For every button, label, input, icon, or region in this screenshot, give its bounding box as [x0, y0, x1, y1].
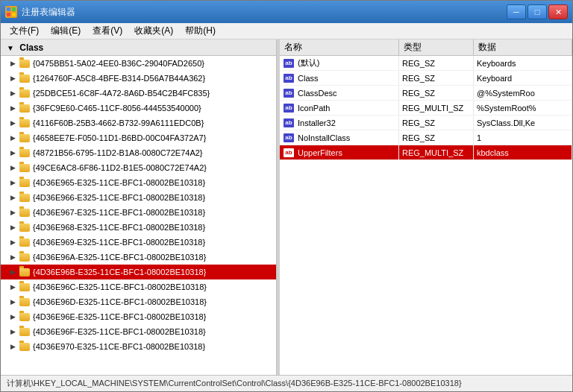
value-row[interactable]: abUpperFiltersREG_MULTI_SZkbdclass — [280, 145, 572, 160]
tree-expander-icon: ▶ — [7, 117, 19, 129]
tree-item[interactable]: ▶{4658EE7E-F050-11D1-B6BD-00C04FA372A7} — [1, 130, 276, 145]
tree-item-label: {4D36E970-E325-11CE-BFC1-08002BE10318} — [33, 342, 205, 351]
menu-file[interactable]: 文件(F) — [4, 23, 45, 39]
tree-item[interactable]: ▶{1264760F-A5C8-4BFE-B314-D56A7B44A362} — [1, 71, 276, 86]
reg-value-icon: ab — [283, 148, 295, 158]
tree-item[interactable]: ▶{4D36E965-E325-11CE-BFC1-08002BE10318} — [1, 175, 276, 190]
values-container[interactable]: ab(默认)REG_SZKeyboardsabClassREG_SZKeyboa… — [280, 56, 572, 375]
folder-icon — [19, 282, 31, 292]
value-name-cell: abInstaller32 — [280, 116, 399, 130]
value-type-cell: REG_SZ — [399, 71, 474, 85]
reg-value-icon: ab — [283, 133, 295, 143]
tree-expander-icon: ▶ — [7, 236, 19, 248]
reg-value-icon: ab — [283, 103, 295, 113]
values-panel: 名称 类型 数据 ab(默认)REG_SZKeyboardsabClassREG… — [280, 39, 572, 375]
menu-view[interactable]: 查看(V) — [87, 23, 128, 39]
tree-item-label: {4D36E96A-E325-11CE-BFC1-08002BE10318} — [33, 253, 206, 262]
tree-item[interactable]: ▶{36FC9E60-C465-11CF-8056-444553540000} — [1, 101, 276, 116]
folder-icon — [19, 118, 31, 128]
folder-icon — [19, 162, 31, 173]
value-name-cell: abClassDesc — [280, 86, 399, 100]
reg-value-icon: ab — [283, 118, 295, 128]
folder-icon — [19, 148, 31, 158]
menu-edit[interactable]: 编辑(E) — [45, 23, 87, 39]
tree-item[interactable]: ▶{49CE6AC8-6F86-11D2-B1E5-0080C72E74A2} — [1, 160, 276, 175]
value-row[interactable]: abClassREG_SZKeyboard — [280, 71, 572, 86]
reg-value-icon: ab — [283, 58, 295, 69]
folder-icon — [19, 312, 31, 322]
value-row[interactable]: abIconPathREG_MULTI_SZ%SystemRoot% — [280, 101, 572, 116]
tree-item-label: {36FC9E60-C465-11CF-8056-444553540000} — [33, 104, 201, 113]
tree-panel: ▼ Class ▶{0475BB51-5A02-4EE0-B36C-29040F… — [1, 39, 277, 375]
tree-item-label: {4D36E967-E325-11CE-BFC1-08002BE10318} — [33, 208, 205, 217]
titlebar: 注册表编辑器 ─ □ ✕ — [1, 1, 572, 23]
tree-item[interactable]: ▶{4D36E966-E325-11CE-BFC1-08002BE10318} — [1, 190, 276, 205]
folder-icon — [19, 252, 31, 262]
tree-expander-icon: ▶ — [7, 72, 19, 84]
folder-icon — [19, 297, 31, 307]
folder-icon — [19, 267, 31, 277]
minimize-button[interactable]: ─ — [507, 4, 526, 19]
tree-item[interactable]: ▶{4D36E968-E325-11CE-BFC1-08002BE10318} — [1, 220, 276, 235]
column-headers: 名称 类型 数据 — [280, 39, 572, 56]
tree-expander-icon: ▶ — [7, 341, 19, 353]
value-data-cell: SysClass.Dll,Ke — [474, 116, 572, 130]
restore-button[interactable]: □ — [527, 4, 547, 19]
tree-item-label: {4116F60B-25B3-4662-B732-99A6111EDC0B} — [33, 118, 204, 127]
value-type-cell: REG_SZ — [399, 116, 474, 130]
tree-item-label: {4D36E96B-E325-11CE-BFC1-08002BE10318} — [33, 268, 206, 276]
tree-item[interactable]: ▶{4D36E96E-E325-11CE-BFC1-08002BE10318} — [1, 309, 276, 324]
tree-expander-icon: ▶ — [7, 296, 19, 308]
tree-item-label: {4D36E965-E325-11CE-BFC1-08002BE10318} — [33, 178, 205, 187]
tree-expander-icon: ▶ — [7, 326, 19, 338]
value-row[interactable]: abClassDescREG_SZ@%SystemRoo — [280, 86, 572, 101]
tree-item-label: {4D36E96D-E325-11CE-BFC1-08002BE10318} — [33, 297, 207, 306]
folder-icon — [19, 177, 31, 188]
folder-icon — [19, 326, 31, 337]
tree-header: ▼ Class — [1, 39, 276, 56]
value-data-cell: Keyboards — [474, 56, 572, 70]
value-row[interactable]: abNoInstallClassREG_SZ1 — [280, 130, 572, 145]
folder-icon — [19, 73, 31, 83]
tree-item[interactable]: ▶{4D36E969-E325-11CE-BFC1-08002BE10318} — [1, 235, 276, 250]
value-row[interactable]: abInstaller32REG_SZSysClass.Dll,Ke — [280, 116, 572, 130]
value-name-label: UpperFilters — [298, 148, 342, 157]
tree-item-label: {49CE6AC8-6F86-11D2-B1E5-0080C72E74A2} — [33, 163, 207, 172]
tree-item[interactable]: ▶{4D36E967-E325-11CE-BFC1-08002BE10318} — [1, 205, 276, 220]
menu-favorites[interactable]: 收藏夹(A) — [128, 23, 179, 39]
tree-item[interactable]: ▶{4D36E96B-E325-11CE-BFC1-08002BE10318} — [1, 265, 276, 279]
tree-item[interactable]: ▶{4D36E96A-E325-11CE-BFC1-08002BE10318} — [1, 250, 276, 265]
value-name-label: ClassDesc — [298, 89, 337, 98]
tree-container[interactable]: ▶{0475BB51-5A02-4EE0-B36C-29040FAD2650}▶… — [1, 56, 276, 375]
close-button[interactable]: ✕ — [548, 4, 568, 19]
value-name-label: NoInstallClass — [298, 133, 350, 142]
value-row[interactable]: ab(默认)REG_SZKeyboards — [280, 56, 572, 71]
tree-header-label: ▼ Class — [7, 42, 43, 53]
tree-item[interactable]: ▶{4116F60B-25B3-4662-B732-99A6111EDC0B} — [1, 116, 276, 130]
menu-help[interactable]: 帮助(H) — [179, 23, 222, 39]
folder-icon — [19, 58, 31, 69]
svg-rect-2 — [7, 13, 10, 16]
tree-expander-icon: ▶ — [7, 162, 19, 174]
tree-item[interactable]: ▶{25DBCE51-6C8F-4A72-8A6D-B54C2B4FC835} — [1, 86, 276, 101]
value-name-cell: abNoInstallClass — [280, 130, 399, 145]
folder-icon — [19, 88, 31, 98]
tree-expander-icon: ▶ — [7, 281, 19, 293]
tree-expander-icon: ▶ — [7, 206, 19, 218]
folder-icon — [19, 237, 31, 247]
tree-item-label: {4658EE7E-F050-11D1-B6BD-00C04FA372A7} — [33, 133, 206, 142]
value-type-cell: REG_SZ — [399, 130, 474, 145]
tree-item[interactable]: ▶{4D36E96C-E325-11CE-BFC1-08002BE10318} — [1, 279, 276, 294]
window-title: 注册表编辑器 — [22, 6, 75, 19]
tree-item[interactable]: ▶{48721B56-6795-11D2-B1A8-0080C72E74A2} — [1, 145, 276, 160]
col-header-data: 数据 — [474, 39, 572, 55]
tree-item[interactable]: ▶{4D36E96F-E325-11CE-BFC1-08002BE10318} — [1, 324, 276, 339]
tree-expander-icon: ▶ — [7, 87, 19, 99]
tree-expander-icon: ▶ — [7, 192, 19, 203]
value-type-cell: REG_SZ — [399, 86, 474, 100]
tree-item[interactable]: ▶{4D36E96D-E325-11CE-BFC1-08002BE10318} — [1, 294, 276, 309]
content-area: ▼ Class ▶{0475BB51-5A02-4EE0-B36C-29040F… — [1, 39, 572, 375]
tree-item[interactable]: ▶{0475BB51-5A02-4EE0-B36C-29040FAD2650} — [1, 56, 276, 71]
tree-item[interactable]: ▶{4D36E970-E325-11CE-BFC1-08002BE10318} — [1, 339, 276, 354]
value-name-cell: abIconPath — [280, 101, 399, 115]
